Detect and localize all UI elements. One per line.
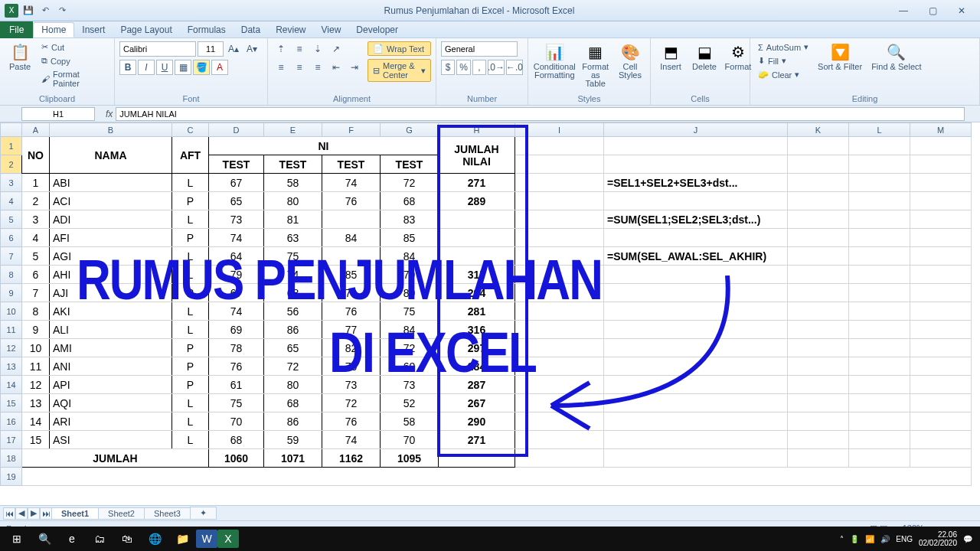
col-header[interactable]: I xyxy=(515,123,604,137)
cell[interactable]: 281 xyxy=(439,302,515,321)
row-header[interactable]: 4 xyxy=(1,192,22,210)
formula-text[interactable]: =SUM(SEL_AWAL:SEL_AKHIR) xyxy=(604,247,788,266)
cell[interactable]: L xyxy=(172,412,209,431)
format-cells-button[interactable]: ⚙Format xyxy=(723,41,753,73)
cell[interactable]: 81 xyxy=(264,210,322,229)
cell[interactable] xyxy=(910,210,972,229)
cell[interactable] xyxy=(849,174,910,192)
cell[interactable]: 297 xyxy=(439,339,515,357)
cell[interactable]: 65 xyxy=(209,192,264,210)
align-bottom-icon[interactable]: ⇣ xyxy=(309,41,326,57)
italic-button[interactable]: I xyxy=(138,60,155,75)
file-explorer-icon[interactable]: 🗂 xyxy=(86,528,113,549)
cell[interactable] xyxy=(604,394,788,412)
row-header[interactable]: 11 xyxy=(1,321,22,339)
cell[interactable]: 9 xyxy=(22,321,50,339)
cell[interactable]: ABI xyxy=(50,174,172,192)
cell[interactable]: ASI xyxy=(50,431,172,449)
cell[interactable] xyxy=(910,431,972,449)
cell[interactable]: 52 xyxy=(381,394,439,412)
cell[interactable]: AFI xyxy=(50,229,172,247)
cell[interactable]: 5 xyxy=(22,247,50,266)
cell[interactable]: API xyxy=(50,376,172,394)
formula-text[interactable]: =SEL1+SEL2+SEL3+dst... xyxy=(604,174,788,192)
row-header[interactable]: 18 xyxy=(1,449,22,468)
cell[interactable]: 4 xyxy=(22,229,50,247)
sort-filter-button[interactable]: 🔽Sort & Filter xyxy=(815,41,865,73)
cell[interactable] xyxy=(910,137,972,155)
cell[interactable] xyxy=(515,192,604,210)
cell[interactable]: TEST xyxy=(209,155,264,174)
cell[interactable]: 85 xyxy=(381,229,439,247)
formula-text[interactable]: =SUM(SEL1;SEL2;SEL3;dst...) xyxy=(604,210,788,229)
cell[interactable] xyxy=(910,412,972,431)
bold-button[interactable]: B xyxy=(119,60,136,75)
cell[interactable] xyxy=(788,247,849,266)
cell[interactable]: 284 xyxy=(439,357,515,376)
cell[interactable]: 271 xyxy=(439,431,515,449)
cell[interactable] xyxy=(849,247,910,266)
cell[interactable] xyxy=(849,449,910,468)
cell[interactable]: 65 xyxy=(264,339,322,357)
cell[interactable]: AHI xyxy=(50,266,172,284)
cell[interactable]: 58 xyxy=(381,412,439,431)
autosum-button[interactable]: Σ AutoSum ▾ xyxy=(755,41,812,53)
cell[interactable]: 70 xyxy=(381,431,439,449)
sheet-nav-next[interactable]: ▶ xyxy=(28,507,40,520)
wrap-text-button[interactable]: 📄 Wrap Text xyxy=(368,41,431,56)
cell-selected[interactable]: JUMLAH NILAI xyxy=(439,137,515,174)
cell[interactable] xyxy=(788,137,849,155)
tab-home[interactable]: Home xyxy=(33,22,74,37)
cell[interactable] xyxy=(788,155,849,174)
sheet-nav-last[interactable]: ⏭ xyxy=(40,507,52,520)
cell[interactable] xyxy=(515,394,604,412)
cell[interactable] xyxy=(788,431,849,449)
cell[interactable]: P xyxy=(172,229,209,247)
cell[interactable] xyxy=(788,174,849,192)
start-button[interactable]: ⊞ xyxy=(3,528,31,549)
worksheet-area[interactable]: A B C D E F G H I J K L M 1 NO NAMA AFT … xyxy=(0,122,980,505)
cell[interactable] xyxy=(515,174,604,192)
language-indicator[interactable]: ENG xyxy=(896,535,913,543)
cell[interactable] xyxy=(604,137,788,155)
cell[interactable] xyxy=(515,321,604,339)
cell[interactable] xyxy=(604,357,788,376)
notifications-icon[interactable]: 💬 xyxy=(963,535,972,543)
cell[interactable] xyxy=(849,376,910,394)
sheet-nav-first[interactable]: ⏮ xyxy=(3,507,15,520)
cell[interactable] xyxy=(849,137,910,155)
cell[interactable]: 8 xyxy=(22,302,50,321)
find-select-button[interactable]: 🔍Find & Select xyxy=(868,41,924,73)
cell[interactable]: 289 xyxy=(439,192,515,210)
cell[interactable] xyxy=(604,321,788,339)
cell[interactable] xyxy=(322,210,381,229)
cell[interactable]: 68 xyxy=(381,192,439,210)
row-header[interactable]: 19 xyxy=(1,468,22,486)
cell[interactable] xyxy=(788,192,849,210)
undo-button[interactable]: ↶ xyxy=(38,4,52,18)
cell[interactable] xyxy=(910,394,972,412)
cell[interactable] xyxy=(515,357,604,376)
cell[interactable]: 13 xyxy=(22,394,50,412)
cell[interactable]: L xyxy=(172,210,209,229)
cell[interactable] xyxy=(439,449,515,468)
cell[interactable] xyxy=(604,284,788,302)
cell[interactable] xyxy=(515,266,604,284)
cell[interactable]: 63 xyxy=(264,229,322,247)
shrink-font-icon[interactable]: A▾ xyxy=(243,41,260,57)
cell[interactable] xyxy=(849,302,910,321)
cell[interactable]: 14 xyxy=(22,412,50,431)
minimize-button[interactable]: — xyxy=(890,2,917,19)
cell[interactable] xyxy=(849,210,910,229)
orientation-icon[interactable]: ↗ xyxy=(328,41,345,57)
cell[interactable] xyxy=(910,174,972,192)
row-header[interactable]: 12 xyxy=(1,339,22,357)
cell[interactable]: 67 xyxy=(209,174,264,192)
cell[interactable]: AJI xyxy=(50,284,172,302)
cell[interactable]: 10 xyxy=(22,339,50,357)
cell[interactable] xyxy=(849,229,910,247)
col-header[interactable]: B xyxy=(50,123,172,137)
row-header[interactable]: 17 xyxy=(1,431,22,449)
save-button[interactable]: 💾 xyxy=(21,4,35,18)
format-as-table-button[interactable]: ▦Format as Table xyxy=(580,41,612,90)
